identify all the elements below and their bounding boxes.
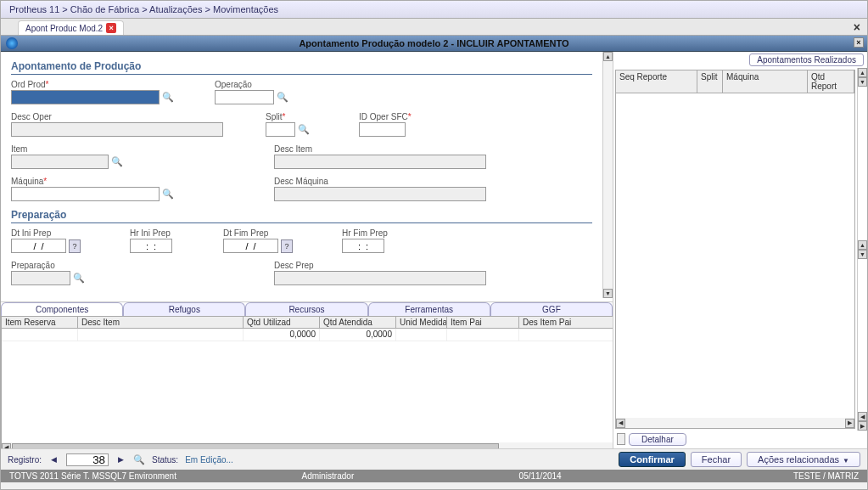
label-dt-ini-prep: Dt Ini Prep [11,228,96,238]
operacao-input[interactable] [215,90,274,104]
spin-up-icon[interactable]: ▲ [858,68,867,77]
close-icon[interactable]: × [106,23,116,33]
window-close-icon[interactable]: × [854,20,860,34]
confirmar-button[interactable]: Confirmar [619,452,686,467]
scroll-left-icon[interactable]: ◀ [2,443,11,449]
col-unid-medida[interactable]: Unid Medida [396,317,447,328]
id-oper-sfc-input[interactable] [359,122,406,137]
col-qtd-utilizad[interactable]: Qtd Utilizad [244,317,320,328]
fechar-button[interactable]: Fechar [691,452,742,467]
label-desc-oper: Desc Oper [11,112,232,121]
label-desc-prep: Desc Prep [274,261,495,270]
label-item: Item [11,144,138,154]
hr-ini-prep-input[interactable] [130,239,172,253]
label-split: Split* [266,112,325,121]
detalhar-button[interactable]: Detalhar [629,433,686,446]
search-icon[interactable]: 🔍 [133,453,145,465]
scroll-right-icon[interactable]: ▶ [858,421,867,431]
desc-item-input [274,155,486,169]
desc-oper-input [11,122,223,137]
tab-bar: Apont Produc Mod.2 × × [1,19,867,36]
maquina-input[interactable] [11,187,160,201]
spin-down-icon[interactable]: ▼ [858,250,867,259]
item-input [11,155,109,169]
cell-qtd-utilizad: 0,0000 [244,329,320,341]
label-hr-ini-prep: Hr Ini Prep [130,228,189,238]
ord-prod-input[interactable] [11,90,160,104]
section-preparacao: Preparação [11,209,592,223]
label-desc-item: Desc Item [274,144,495,154]
label-hr-fim-prep: Hr Fim Prep [342,228,401,238]
search-icon[interactable]: 🔍 [277,92,288,104]
label-operacao: Operação [215,80,300,89]
acoes-relacionadas-button[interactable]: Ações relacionadas▼ [747,452,860,467]
footer-company: TESTE / MATRIZ [647,471,859,481]
col-seq-reporte[interactable]: Seq Reporte [616,70,697,93]
desc-maquina-input [274,187,486,201]
scroll-down-icon[interactable]: ▼ [603,289,613,298]
registro-label: Registro: [8,455,42,465]
spin-up-icon[interactable]: ▲ [858,240,867,250]
scroll-up-icon[interactable]: ▲ [603,52,613,61]
footer-environment: TOTVS 2011 Série T. MSSQL7 Environment [9,471,221,481]
componentes-grid[interactable]: Item Reserva Desc Item Qtd Utilizad Qtd … [1,316,613,448]
label-maquina: Máquina* [11,177,181,186]
status-value: Em Edição... [185,455,233,465]
dt-ini-prep-input[interactable] [11,239,66,253]
tab-refugos[interactable]: Refugos [123,302,245,316]
tab-ggf[interactable]: GGF [490,302,613,316]
dt-fim-prep-input[interactable] [223,239,278,253]
prev-record-icon[interactable]: ◀ [48,455,59,464]
col-item-pai[interactable]: Item Pai [447,317,519,328]
tab-label: Apont Produc Mod.2 [25,24,103,33]
col-qtd-report[interactable]: Qtd Report [808,70,854,93]
col-split[interactable]: Split [697,70,723,93]
tab-apont-produc[interactable]: Apont Produc Mod.2 × [18,20,124,35]
apontamentos-table[interactable]: Seq Reporte Split Máquina Qtd Report ◀ ▶ [615,70,855,429]
footer-date: 05/11/2014 [434,471,647,481]
next-record-icon[interactable]: ▶ [115,455,126,464]
tab-apontamentos-realizados[interactable]: Apontamentos Realizados [749,54,864,66]
search-icon[interactable]: 🔍 [111,156,123,168]
scroll-right-icon[interactable]: ▶ [845,419,854,428]
status-label: Status: [152,455,178,465]
title-close-icon[interactable]: × [854,37,864,48]
label-preparacao: Preparação [11,261,113,270]
grid-horizontal-scrollbar[interactable]: ◀ ▶ [2,442,613,448]
section-apontamento: Apontamento de Produção [11,60,592,75]
form-vertical-scrollbar[interactable]: ▲ ▼ [602,52,613,298]
detail-tabs: Componentes Refugos Recursos Ferramentas… [1,301,613,316]
search-icon[interactable]: 🔍 [298,124,310,136]
tab-recursos[interactable]: Recursos [245,302,367,316]
right-horizontal-scrollbar[interactable]: ◀ ▶ [616,418,854,428]
title-bar: Apontamento Produção modelo 2 - INCLUIR … [1,36,867,52]
scroll-left-icon[interactable]: ◀ [858,412,867,421]
hr-fim-prep-input[interactable] [342,239,384,253]
tab-ferramentas[interactable]: Ferramentas [368,302,490,316]
col-qtd-atendida[interactable]: Qtd Atendida [320,317,396,328]
detail-toggle-icon[interactable] [617,433,625,445]
search-icon[interactable]: 🔍 [73,273,85,284]
breadcrumb: Protheus 11 > Chão de Fábrica > Atualiza… [1,1,867,19]
desc-prep-input [274,271,486,285]
search-icon[interactable]: 🔍 [162,189,174,200]
label-ord-prod: Ord Prod* [11,80,181,89]
split-input[interactable] [266,122,295,137]
col-desc-item[interactable]: Desc Item [78,317,244,328]
status-bar: Registro: ◀ ▶ 🔍 Status: Em Edição... Con… [1,448,867,470]
table-row[interactable]: 0,0000 0,0000 [2,329,613,341]
col-des-item-pai[interactable]: Des Item Pai [519,317,613,328]
right-spin-column[interactable]: ▲ ▼ ▲ ▼ ◀ ▶ [857,68,867,431]
registro-input[interactable] [66,453,109,466]
scroll-left-icon[interactable]: ◀ [616,419,625,428]
calendar-icon[interactable]: ? [69,239,81,253]
footer-bar: TOTVS 2011 Série T. MSSQL7 Environment A… [1,470,867,482]
preparacao-input [11,271,70,285]
back-icon[interactable] [6,37,18,49]
calendar-icon[interactable]: ? [281,239,293,253]
col-item-reserva[interactable]: Item Reserva [2,317,78,328]
spin-down-icon[interactable]: ▼ [858,77,867,87]
search-icon[interactable]: 🔍 [162,92,174,104]
tab-componentes[interactable]: Componentes [1,302,123,316]
col-maquina[interactable]: Máquina [723,70,808,93]
